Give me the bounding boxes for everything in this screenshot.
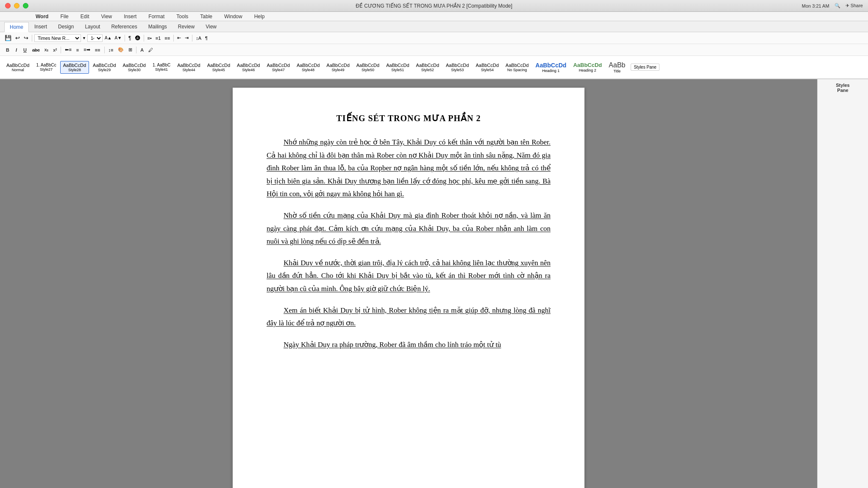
style-54[interactable]: AaBbCcDd Style54	[473, 61, 501, 74]
style-normal[interactable]: AaBbCcDd Normal	[3, 61, 32, 74]
border-icon[interactable]: ⊞	[127, 47, 134, 53]
undo-icon[interactable]: ↩	[14, 34, 21, 42]
font-color-icon[interactable]: A	[139, 47, 145, 53]
title-right: Mon 3:21 AM 🔍 ✈ Share	[802, 3, 863, 8]
styles-pane-button[interactable]: Styles Pane	[631, 64, 659, 71]
window-title: ĐỀ CƯƠNG TIẾNG SẾT TRONG MƯA PHẦN 2 [Com…	[356, 3, 512, 9]
style-29[interactable]: AaBbCcDd Style29	[90, 61, 119, 74]
style-49[interactable]: AaBbCcDd Style49	[323, 61, 352, 74]
justify-icon[interactable]: ≡≡	[93, 47, 102, 53]
tab-insert[interactable]: Insert	[29, 22, 53, 32]
style-no-spacing[interactable]: AaBbCcDd No Spacing	[503, 61, 531, 74]
decrease-indent-icon[interactable]: ⇤	[176, 35, 182, 41]
highlight-icon[interactable]: 🖊	[147, 47, 155, 53]
style-27[interactable]: 1. AaBbCc Style27	[33, 61, 59, 73]
style-45[interactable]: AaBbCcDd Style45	[204, 61, 233, 74]
sep8	[136, 47, 136, 53]
shading-icon[interactable]: 🎨	[116, 47, 125, 53]
save-icon[interactable]: 💾	[3, 34, 13, 42]
paragraph-1: Nhớ những ngày còn trẻ học ở bên Tây, Kh…	[267, 136, 551, 201]
close-button[interactable]	[5, 3, 11, 8]
style-28[interactable]: AaBbCcDd Style28	[60, 61, 89, 74]
menu-view[interactable]: View	[99, 14, 114, 19]
bullet-list-icon[interactable]: ≡•	[146, 35, 153, 41]
style-50[interactable]: AaBbCcDd Style50	[353, 61, 382, 74]
separator4	[173, 35, 174, 42]
style-44[interactable]: AaBbCcDd Style44	[174, 61, 203, 74]
font-size-select[interactable]: 14	[87, 34, 103, 42]
maximize-button[interactable]	[23, 3, 28, 8]
show-hide-icon[interactable]: ¶	[204, 35, 209, 41]
document-scroll[interactable]: TIẾNG SÉT TRONG MƯA PHẦN 2 Nhớ những ngà…	[0, 79, 817, 488]
font-size-down-icon[interactable]: A▼	[114, 36, 123, 40]
separator3	[144, 35, 144, 42]
bold-button[interactable]: B	[3, 47, 12, 53]
style-30[interactable]: AaBbCcDd Style30	[120, 61, 149, 74]
italic-button[interactable]: I	[13, 47, 19, 53]
strikethrough-button[interactable]: abc	[31, 47, 42, 53]
styles-panel-title: StylesPane	[819, 83, 866, 93]
style-41[interactable]: 1. AaBbC Style41	[150, 61, 173, 73]
font-size-up-icon[interactable]: A▲	[104, 36, 113, 40]
style-46[interactable]: AaBbCcDd Style46	[234, 61, 263, 74]
style-53[interactable]: AaBbCcDd Style53	[443, 61, 472, 74]
menu-edit[interactable]: Edit	[79, 14, 91, 19]
style-52[interactable]: AaBbCcDd Style52	[413, 61, 442, 74]
superscript-button[interactable]: x²	[51, 47, 58, 53]
ribbon-tabs: Home Insert Design Layout References Mai…	[0, 21, 868, 32]
sep7	[104, 47, 105, 53]
line-spacing-icon[interactable]: ↕≡	[107, 47, 115, 53]
style-47[interactable]: AaBbCcDd Style47	[264, 61, 292, 74]
separator5	[192, 35, 192, 42]
menu-table[interactable]: Table	[198, 14, 214, 19]
paragraph-mark-icon[interactable]: ¶	[127, 35, 132, 42]
subscript-button[interactable]: x₂	[43, 47, 50, 53]
underline-button[interactable]: U	[21, 47, 29, 53]
numbered-list-icon[interactable]: ≡1	[154, 35, 162, 41]
menu-window[interactable]: Window	[223, 14, 244, 19]
increase-indent-icon[interactable]: ⇥	[184, 35, 190, 41]
sep6	[61, 47, 61, 53]
style-heading1[interactable]: AaBbCcDd Heading 1	[532, 60, 569, 75]
multilevel-list-icon[interactable]: ≡≡	[163, 35, 171, 41]
style-48[interactable]: AaBbCcDd Style48	[294, 61, 323, 74]
styles-gallery: AaBbCcDd Normal 1. AaBbCc Style27 AaBbCc…	[0, 56, 868, 79]
tab-references[interactable]: References	[106, 22, 142, 32]
traffic-lights	[5, 3, 28, 8]
align-center-icon[interactable]: ≡	[75, 47, 81, 53]
menu-word[interactable]: Word	[34, 14, 50, 19]
document-page[interactable]: TIẾNG SÉT TRONG MƯA PHẦN 2 Nhớ những ngà…	[233, 88, 584, 488]
sort-icon[interactable]: ↕A	[195, 35, 203, 41]
clear-format-icon[interactable]: 🅐	[134, 35, 142, 42]
style-51[interactable]: AaBbCcDd Style51	[383, 61, 412, 74]
document-area: TIẾNG SÉT TRONG MƯA PHẦN 2 Nhớ những ngà…	[0, 79, 868, 488]
redo-icon[interactable]: ↪	[22, 34, 30, 42]
font-family-dropdown-icon[interactable]: ▼	[82, 36, 86, 40]
style-heading2[interactable]: AaBbCcDd Heading 2	[570, 60, 605, 74]
font-family-select[interactable]: Times New R...	[34, 34, 81, 42]
menu-file[interactable]: File	[58, 14, 70, 19]
separator	[32, 35, 32, 42]
menu-help[interactable]: Help	[253, 14, 267, 19]
menu-insert[interactable]: Insert	[122, 14, 138, 19]
tab-view[interactable]: View	[200, 22, 222, 32]
paragraph-4: Xem án biết Khải Duy bị tử hình, Rober k…	[267, 304, 551, 330]
style-title[interactable]: AaBb Title	[606, 60, 628, 75]
title-bar: ĐỀ CƯƠNG TIẾNG SẾT TRONG MƯA PHẦN 2 [Com…	[0, 0, 868, 12]
styles-panel: StylesPane	[817, 79, 868, 488]
tab-design[interactable]: Design	[53, 22, 79, 32]
align-right-icon[interactable]: ≡➡	[82, 47, 92, 53]
tab-layout[interactable]: Layout	[79, 22, 106, 32]
search-icon[interactable]: 🔍	[835, 3, 840, 8]
tab-review[interactable]: Review	[172, 22, 200, 32]
minimize-button[interactable]	[14, 3, 19, 8]
paragraph-2: Nhờ số tiền cứu mạng của Khải Duy mà gia…	[267, 209, 551, 248]
tab-mailings[interactable]: Mailings	[143, 22, 172, 32]
share-button[interactable]: ✈ Share	[846, 3, 863, 8]
align-left-icon[interactable]: ⬅≡	[63, 47, 73, 53]
paragraph-3: Khải Duy về nước, thời gian trôi, địa lý…	[267, 257, 551, 296]
tab-home[interactable]: Home	[4, 22, 29, 32]
menu-format[interactable]: Format	[147, 14, 166, 19]
menu-bar: Word File Edit View Insert Format Tools …	[0, 12, 868, 21]
menu-tools[interactable]: Tools	[175, 14, 190, 19]
